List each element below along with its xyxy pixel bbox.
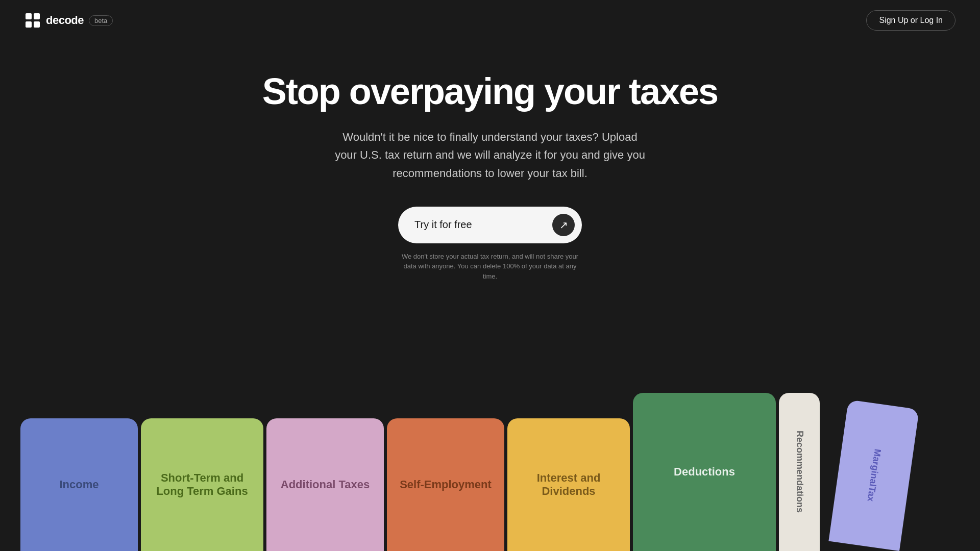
card-deductions[interactable]: Deductions [633,393,776,551]
card-selfemploy-label: Self-Employment [400,478,492,491]
logo-area: decode beta [24,12,113,29]
svg-rect-1 [34,13,40,19]
card-marginal[interactable]: MarginalTax [828,399,919,551]
logo-text: decode [46,14,84,27]
cards-section: Income Short-Term and Long Term Gains Ad… [0,393,980,551]
card-selfemploy[interactable]: Self-Employment [387,418,504,551]
card-income-label: Income [59,478,99,491]
card-stlg-label: Short-Term and Long Term Gains [151,471,253,498]
cta-arrow-icon: ↗ [552,214,575,236]
card-stlg[interactable]: Short-Term and Long Term Gains [141,418,263,551]
hero-section: Stop overpaying your taxes Wouldn't it b… [0,41,980,281]
card-intdiv-label: Interest and Dividends [518,471,620,498]
signup-button[interactable]: Sign Up or Log In [866,10,955,31]
svg-rect-3 [34,21,40,28]
svg-rect-2 [26,21,32,28]
privacy-note: We don't store your actual tax return, a… [398,252,582,282]
card-addtax[interactable]: Additional Taxes [266,418,384,551]
cta-container: Try it for free ↗ We don't store your ac… [0,207,980,282]
beta-badge: beta [89,15,113,26]
navbar: decode beta Sign Up or Log In [0,0,980,41]
hero-subtitle: Wouldn't it be nice to finally understan… [332,128,648,182]
try-free-button[interactable]: Try it for free ↗ [398,207,582,243]
card-deductions-label: Deductions [674,465,735,479]
svg-rect-0 [26,13,32,19]
logo-icon [24,12,41,29]
cta-label: Try it for free [414,219,472,231]
card-marginal-label: MarginalTax [865,448,883,503]
card-addtax-label: Additional Taxes [281,478,370,491]
hero-title: Stop overpaying your taxes [0,71,980,112]
card-income[interactable]: Income [20,418,138,551]
card-recommendations[interactable]: Recommendations [779,393,820,551]
card-intdiv[interactable]: Interest and Dividends [507,418,630,551]
card-recommendations-label: Recommendations [794,431,805,513]
